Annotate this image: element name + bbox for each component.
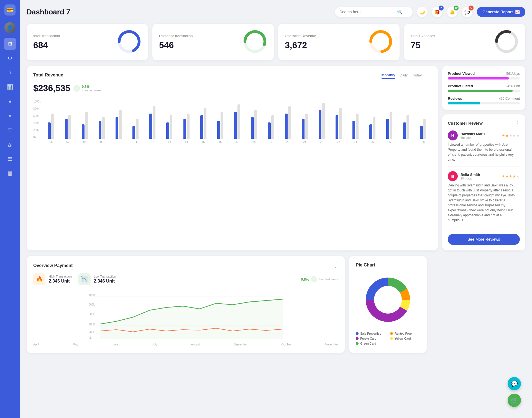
- bar-group-6: [144, 103, 160, 139]
- search-icon[interactable]: 🔍: [397, 9, 403, 15]
- cart-fab[interactable]: 🛒: [508, 394, 521, 407]
- high-transaction-stat: 🔥 High Transaction 2,346 Unit: [33, 273, 72, 285]
- sidebar-item-star[interactable]: ★: [4, 95, 16, 107]
- x-label-14: 14: [178, 140, 195, 143]
- change-pct: 0.8%: [82, 85, 101, 89]
- x-label-13: 13: [161, 140, 177, 143]
- x-label-april: April: [33, 343, 39, 346]
- sidebar-item-info[interactable]: ℹ: [4, 66, 16, 79]
- x-label-july: July: [152, 343, 157, 346]
- metric-name-2: Reviews: [448, 96, 462, 101]
- x-label-07: 07: [60, 140, 76, 143]
- review-more-icon[interactable]: ⋮: [515, 120, 520, 126]
- sidebar-item-dashboard[interactable]: ⊞: [4, 38, 16, 50]
- legend-dot-yellow: [390, 337, 393, 340]
- sidebar-logo[interactable]: 💳: [4, 4, 16, 16]
- blue-bar-15: [302, 119, 305, 139]
- reviewer-info-0: H Hawkins Maru 5m ago: [448, 130, 485, 140]
- high-transaction-icon: 🔥: [33, 273, 45, 285]
- main-content: Dashboard 7 🔍 🌙 🎁 2 🔔 12 💬 5 Gen: [20, 0, 532, 418]
- blue-bar-13: [268, 122, 271, 139]
- blue-bar-19: [369, 124, 372, 139]
- search-box: 🔍: [335, 7, 413, 17]
- theme-toggle-btn[interactable]: 🌙: [417, 7, 428, 17]
- blue-bar-14: [285, 114, 288, 139]
- bar-group-9: [195, 103, 211, 139]
- x-label-november: November: [325, 343, 338, 346]
- x-label-11: 11: [127, 140, 144, 143]
- sidebar-item-doc[interactable]: 📋: [4, 167, 16, 179]
- customer-review-card: Customer Review ⋮ H Hawkins Maru 5m ago …: [442, 114, 525, 250]
- stat-info-2: Operating Revenue 3,672: [285, 34, 316, 50]
- low-transaction-value: 2,346 Unit: [94, 279, 116, 284]
- message-btn[interactable]: 💬 5: [462, 7, 472, 17]
- search-input[interactable]: [339, 10, 395, 14]
- legend-sale-properties: Sale Properties: [356, 332, 386, 335]
- gift-btn[interactable]: 🎁 2: [432, 7, 443, 17]
- gray-bar-2: [85, 112, 88, 139]
- tab-daily[interactable]: Daily: [400, 73, 408, 78]
- sidebar-item-heart[interactable]: ♥: [4, 110, 16, 122]
- gray-bar-21: [406, 115, 409, 139]
- revenue-amount: $236,535: [33, 83, 70, 93]
- blue-bar-7: [166, 122, 169, 139]
- reviewer-row-0: H Hawkins Maru 5m ago ★★★★★: [448, 130, 520, 140]
- reviewer-row-1: B Bella Smith 20m ago ★★★★★: [448, 171, 520, 181]
- x-label-26: 26: [381, 140, 397, 143]
- bar-group-3: [94, 103, 110, 139]
- legend-yellow-card: Yellow Card: [390, 337, 420, 340]
- dashboard-icon: ⊞: [8, 41, 12, 47]
- stat-label-2: Operating Revenue: [285, 34, 316, 38]
- x-label-june: June: [112, 343, 118, 346]
- cart-fab-icon: 🛒: [511, 397, 518, 404]
- generate-report-button[interactable]: Generate Report 📈: [477, 7, 525, 17]
- bar-chart-area: 0607080910111213141516171819202122232425…: [43, 100, 431, 144]
- reviews-list: H Hawkins Maru 5m ago ★★★★★ I viewed a n…: [448, 130, 520, 227]
- high-transaction-value: 2,346 Unit: [49, 279, 72, 284]
- bar-group-16: [314, 103, 330, 139]
- print-icon: 🖨: [7, 142, 12, 148]
- star-0-1: ★: [505, 134, 509, 138]
- payment-more-icon[interactable]: ⋮: [333, 263, 338, 269]
- metric-item-0: Product Viewed 561/days: [448, 71, 520, 80]
- right-panel: Product Viewed 561/days Product Listed 3…: [442, 66, 525, 250]
- payment-card: Overview Payment ⋮ 🔥 High Transaction 2,…: [27, 256, 345, 353]
- sidebar-item-list[interactable]: ☰: [4, 153, 16, 165]
- gray-bar-18: [356, 114, 359, 139]
- sidebar-item-settings[interactable]: ⚙: [4, 52, 16, 64]
- revenue-header: Total Revenue Monthly Daily Today ⋯: [33, 73, 431, 79]
- see-more-reviews-button[interactable]: See More Reviews: [448, 234, 520, 245]
- gray-bar-0: [51, 114, 54, 139]
- legend-purple-card: Purple Card: [356, 337, 386, 340]
- metric-value-2: 456 Comment: [499, 97, 520, 101]
- legend-green-card: Green Card: [356, 342, 386, 345]
- reviewer-time-0: 5m ago: [461, 136, 485, 139]
- stat-value-2: 3,672: [285, 40, 316, 50]
- bell-btn[interactable]: 🔔 12: [447, 7, 457, 17]
- blue-bar-17: [336, 115, 338, 139]
- sidebar-item-heart2[interactable]: ♡: [4, 124, 16, 136]
- stat-label-3: Total Expenses: [411, 34, 435, 38]
- star-0-4: ★: [516, 134, 520, 138]
- gray-bar-11: [237, 104, 240, 139]
- sidebar-item-print[interactable]: 🖨: [4, 139, 16, 151]
- more-options-icon[interactable]: ⋯: [426, 73, 431, 79]
- y-label-600k: 600k: [33, 114, 41, 117]
- payment-title: Overview Payment: [33, 263, 73, 268]
- x-label-october: October: [281, 343, 291, 346]
- review-item-1: B Bella Smith 20m ago ★★★★★ Dealing with…: [448, 171, 520, 227]
- sidebar-avatar[interactable]: 👤: [4, 22, 16, 33]
- svg-text:0k: 0k: [89, 336, 92, 339]
- header: Dashboard 7 🔍 🌙 🎁 2 🔔 12 💬 5 Gen: [27, 7, 525, 17]
- page-title: Dashboard 7: [27, 8, 70, 16]
- tab-monthly[interactable]: Monthly: [382, 73, 395, 79]
- gray-bar-14: [288, 106, 291, 139]
- chat-fab[interactable]: 💬: [508, 377, 521, 390]
- bar-group-8: [178, 103, 195, 139]
- metric-fill-2: [448, 102, 480, 104]
- sidebar-item-chart[interactable]: 📊: [4, 81, 16, 93]
- stat-donut-1: [243, 29, 267, 55]
- blue-bar-0: [48, 122, 51, 139]
- tab-today[interactable]: Today: [412, 73, 422, 78]
- change-label: than last week: [82, 89, 101, 92]
